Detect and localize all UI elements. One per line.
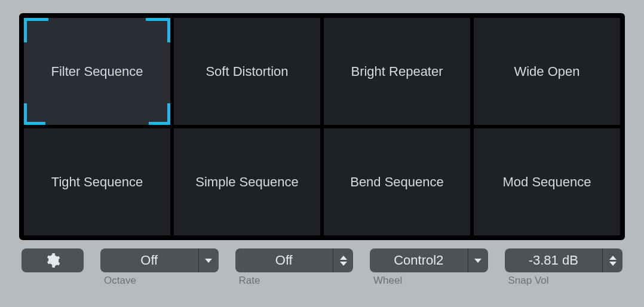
wheel-control: Control2 Wheel (370, 248, 488, 287)
snap-vol-value: -3.81 dB (505, 248, 603, 272)
stepper-arrows-icon (333, 248, 353, 272)
pad-bend-sequence[interactable]: Bend Sequence (324, 128, 470, 235)
controls-row: Off Octave Off Rate Control2 (19, 248, 625, 287)
gear-icon (45, 253, 60, 268)
pad-bright-repeater[interactable]: Bright Repeater (324, 18, 470, 125)
octave-label: Octave (100, 275, 219, 287)
rate-label: Rate (235, 275, 354, 287)
wheel-label: Wheel (370, 275, 488, 287)
pad-grid: Filter Sequence Soft Distortion Bright R… (19, 13, 625, 240)
snapshot-panel: Filter Sequence Soft Distortion Bright R… (19, 13, 625, 287)
pad-soft-distortion[interactable]: Soft Distortion (174, 18, 320, 125)
wheel-value: Control2 (370, 248, 468, 272)
pad-label: Simple Sequence (195, 174, 298, 190)
pad-simple-sequence[interactable]: Simple Sequence (174, 128, 320, 235)
pad-label: Wide Open (514, 64, 579, 79)
octave-control: Off Octave (100, 248, 219, 287)
wheel-select[interactable]: Control2 (370, 248, 488, 272)
pad-label: Filter Sequence (51, 64, 143, 79)
pad-label: Soft Distortion (206, 64, 288, 79)
chevron-down-icon (468, 248, 488, 272)
pad-filter-sequence[interactable]: Filter Sequence (24, 18, 170, 125)
rate-value: Off (235, 248, 333, 272)
chevron-down-icon (198, 248, 219, 272)
pad-tight-sequence[interactable]: Tight Sequence (24, 128, 170, 235)
octave-value: Off (100, 248, 198, 272)
pad-mod-sequence[interactable]: Mod Sequence (474, 128, 620, 235)
stepper-arrows-icon (602, 248, 622, 272)
settings-button[interactable] (22, 248, 84, 272)
pad-label: Bright Repeater (351, 64, 443, 79)
snap-vol-label: Snap Vol (505, 275, 623, 287)
rate-control: Off Rate (235, 248, 354, 287)
pad-label: Bend Sequence (350, 174, 444, 190)
octave-select[interactable]: Off (100, 248, 219, 272)
rate-stepper[interactable]: Off (235, 248, 354, 272)
pad-label: Mod Sequence (503, 174, 591, 190)
pad-wide-open[interactable]: Wide Open (474, 18, 620, 125)
snap-vol-stepper[interactable]: -3.81 dB (505, 248, 623, 272)
snap-vol-control: -3.81 dB Snap Vol (505, 248, 623, 287)
pad-label: Tight Sequence (51, 174, 143, 190)
